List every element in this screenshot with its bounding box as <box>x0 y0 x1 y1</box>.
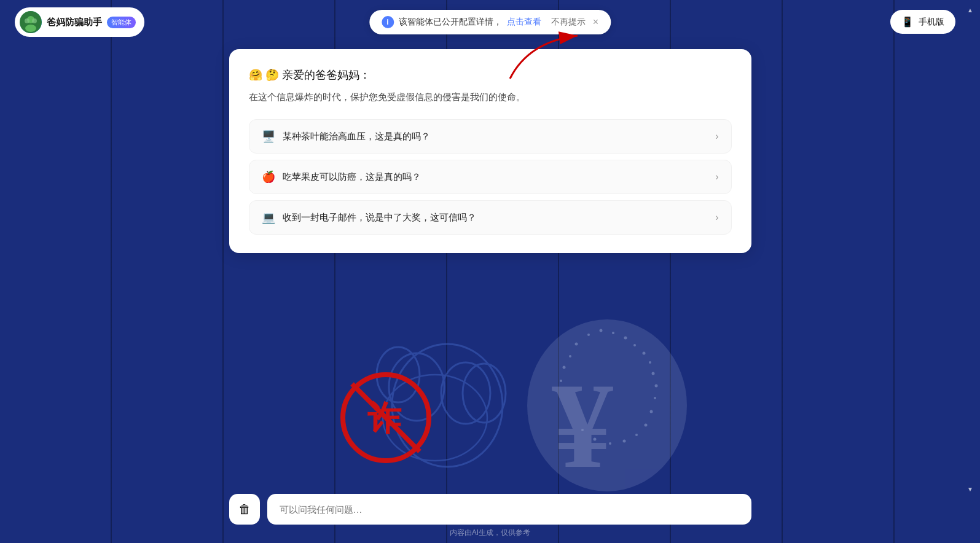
svg-point-34 <box>25 25 36 32</box>
mobile-btn-label: 手机版 <box>919 17 944 28</box>
notification-banner: i 该智能体已公开配置详情， 点击查看 不再提示 × <box>369 10 611 34</box>
svg-point-10 <box>599 329 602 332</box>
suggestion-left-2: 💻 收到一封电子邮件，说是中了大奖，这可信吗？ <box>262 211 476 224</box>
suggestions-list: 🖥️ 某种茶叶能治高血压，这是真的吗？ › 🍎 吃苹果皮可以防癌，这是真的吗？ … <box>249 119 732 235</box>
notification-link[interactable]: 点击查看 <box>507 17 541 28</box>
suggestion-left-0: 🖥️ 某种茶叶能治高血压，这是真的吗？ <box>262 130 430 143</box>
suggestion-emoji-1: 🍎 <box>262 170 275 184</box>
svg-point-16 <box>651 372 654 375</box>
mobile-version-button[interactable]: 📱 手机版 <box>890 10 955 34</box>
svg-point-0 <box>392 344 503 467</box>
svg-point-7 <box>527 319 687 491</box>
svg-point-19 <box>560 380 562 382</box>
svg-point-12 <box>624 337 627 340</box>
suggestion-item-1[interactable]: 🍎 吃苹果皮可以防癌，这是真的吗？ › <box>249 160 732 194</box>
svg-point-17 <box>569 355 571 357</box>
suggestion-emoji-2: 💻 <box>262 211 275 224</box>
svg-point-9 <box>587 334 590 336</box>
svg-point-26 <box>622 440 625 443</box>
agent-name: 爸妈防骗助手 <box>47 17 102 28</box>
agent-badge[interactable]: 爸妈防骗助手 智能体 <box>15 7 144 37</box>
svg-point-3 <box>441 362 490 424</box>
suggestion-chevron-0: › <box>715 131 718 142</box>
suggestion-chevron-2: › <box>715 212 718 223</box>
svg-point-24 <box>593 438 596 441</box>
notification-close-btn[interactable]: × <box>593 17 598 28</box>
svg-point-14 <box>642 352 645 355</box>
bottom-bar: 🗑 <box>229 494 751 525</box>
svg-point-13 <box>633 344 636 346</box>
svg-point-18 <box>562 366 565 369</box>
svg-point-35 <box>25 18 29 23</box>
footer-text: 内容由AI生成，仅供参考 <box>450 528 530 538</box>
svg-point-20 <box>654 385 657 388</box>
suggestion-emoji-0: 🖥️ <box>262 130 275 143</box>
mobile-icon: 📱 <box>901 16 914 28</box>
svg-text:诈: 诈 <box>367 400 402 437</box>
svg-point-36 <box>32 18 37 23</box>
notification-dismiss[interactable]: 不再提示 <box>551 17 586 28</box>
svg-point-8 <box>574 343 578 346</box>
suggestion-text-0: 某种茶叶能治高血压，这是真的吗？ <box>283 131 430 143</box>
svg-point-23 <box>581 429 584 431</box>
suggestion-text-1: 吃苹果皮可以防癌，这是真的吗？ <box>283 171 421 183</box>
agent-avatar <box>20 11 42 33</box>
suggestion-item-0[interactable]: 🖥️ 某种茶叶能治高血压，这是真的吗？ › <box>249 119 732 154</box>
chat-input[interactable] <box>267 494 751 525</box>
info-icon: i <box>382 16 394 28</box>
illustration: ¥ <box>275 233 705 510</box>
suggestion-item-2[interactable]: 💻 收到一封电子邮件，说是中了大奖，这可信吗？ › <box>249 200 732 235</box>
main-card: 🤗 🤔 亲爱的爸爸妈妈： 在这个信息爆炸的时代，保护您免受虚假信息的侵害是我们的… <box>229 49 751 253</box>
scroll-top-indicator: ▲ <box>965 5 975 15</box>
svg-point-21 <box>654 397 656 399</box>
clear-icon: 🗑 <box>238 502 251 517</box>
svg-point-28 <box>644 424 647 427</box>
svg-point-11 <box>612 332 614 334</box>
suggestion-left-1: 🍎 吃苹果皮可以防癌，这是真的吗？ <box>262 170 421 184</box>
scroll-bottom-indicator: ▼ <box>965 484 975 494</box>
suggestion-text-2: 收到一封电子邮件，说是中了大奖，这可信吗？ <box>283 212 476 224</box>
notification-text: 该智能体已公开配置详情， <box>399 17 502 28</box>
svg-point-22 <box>649 410 653 413</box>
suggestion-chevron-1: › <box>715 171 718 182</box>
clear-button[interactable]: 🗑 <box>229 494 260 525</box>
card-subtitle: 在这个信息爆炸的时代，保护您免受虚假信息的侵害是我们的使命。 <box>249 90 732 104</box>
agent-tag: 智能体 <box>107 17 136 28</box>
svg-point-25 <box>609 442 611 445</box>
svg-point-15 <box>649 361 651 364</box>
svg-point-27 <box>635 434 638 436</box>
card-greeting: 🤗 🤔 亲爱的爸爸妈妈： <box>249 68 732 82</box>
